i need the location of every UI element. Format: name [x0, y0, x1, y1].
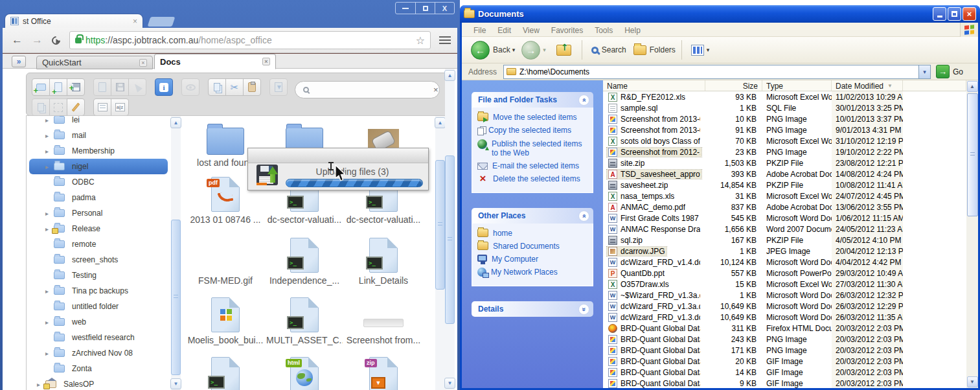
file-row-nasa-temps-xls[interactable]: nasa_temps.xls31 KBMicrosoft Excel Wor..…: [603, 190, 966, 201]
tree-scrollbar[interactable]: ▲▼: [170, 116, 181, 390]
file-row-screenshot-from-2012-10-19[interactable]: Screenshot from 2012-10-19 ...23 KBPNG I…: [603, 146, 966, 157]
duplicate-button[interactable]: [32, 98, 50, 116]
cut-button[interactable]: ✂: [225, 78, 244, 96]
column-header-size[interactable]: Size: [705, 80, 762, 91]
file-row-screenshot-from-2013-01-09[interactable]: Screenshot from 2013-01-09 ...91 KBPNG I…: [603, 124, 966, 135]
new-folder-button[interactable]: [32, 78, 50, 96]
new-tab-button[interactable]: [148, 17, 176, 27]
address-dropdown-icon[interactable]: ▾: [918, 65, 930, 78]
grid-item-html[interactable]: html: [266, 353, 343, 390]
expand-arrow-icon[interactable]: ▸: [45, 117, 54, 124]
file-row-tsd-savesheet-approved-pdf[interactable]: TSD_savesheet_approved.pdf393 KBAdobe Ac…: [603, 168, 966, 179]
task-my-computer[interactable]: My Computer: [477, 255, 589, 264]
tree-item-mail[interactable]: ▸mail: [29, 128, 168, 143]
open-button[interactable]: [93, 78, 111, 96]
tab-quickstart[interactable]: QuickStart×: [36, 56, 153, 69]
file-row-scots-old-boys-class-of-1985-xls[interactable]: scots old boys Class of 1985.xls70 KBMic…: [603, 135, 966, 146]
panel-header-other-places[interactable]: Other Places»: [472, 208, 593, 224]
search-icon[interactable]: [591, 47, 598, 54]
xp-close-button[interactable]: ×: [963, 7, 976, 21]
forward-dropdown-icon[interactable]: ▾: [543, 47, 546, 53]
tree-item-release[interactable]: ▸Release: [29, 221, 168, 236]
views-dropdown-icon[interactable]: ▾: [707, 47, 710, 53]
info-button[interactable]: [155, 78, 173, 96]
edit-button[interactable]: [67, 98, 85, 116]
tree-item-personal[interactable]: ▸Personal: [29, 205, 168, 221]
tree-item-odbc[interactable]: ODBC: [29, 174, 168, 190]
address-combo[interactable]: Z:\home\Documents ▾: [503, 65, 931, 79]
tab-docs[interactable]: Docs×: [154, 54, 276, 69]
file-row-sql-zip[interactable]: sql.zip167 KBPKZIP File4/05/2012 4:10 PM: [603, 235, 966, 246]
file-row-wizard-frd-v1-3a-doc[interactable]: ~$Wizard_FRD_v1.3a.doc1 KBMicrosoft Word…: [603, 290, 966, 301]
tree-item-salesop[interactable]: ▸SalesOP: [29, 376, 168, 390]
list-view-button[interactable]: [93, 98, 111, 116]
task-publish-the-selected-items-to-the-web[interactable]: Publish the selected items to the Web: [477, 139, 589, 157]
file-row-brd-quant-global-database-p[interactable]: BRD-Quant Global Database P...20 KBGIF I…: [603, 356, 966, 367]
file-row-dcarrow-jpg[interactable]: dcarrow.JPG1 KBJPEG Image20/04/2012 12:1…: [603, 246, 966, 257]
grid-item-independence[interactable]: Independence_...: [266, 234, 343, 290]
scroll-down-icon[interactable]: ▼: [967, 376, 978, 387]
sidebar-expander-button[interactable]: »: [12, 56, 26, 67]
tab-close-icon[interactable]: ×: [139, 59, 147, 67]
tree-item-screen-shots[interactable]: screen_shots: [29, 252, 168, 268]
url-bar[interactable]: https ://aspc.jobtrack.com.au /home/aspc…: [69, 31, 431, 49]
tab-close-icon[interactable]: ×: [133, 17, 137, 26]
panel-header-details[interactable]: Details»: [472, 301, 593, 317]
reload-icon[interactable]: [50, 34, 62, 46]
up-button[interactable]: [556, 45, 571, 56]
expand-arrow-icon[interactable]: ▸: [45, 163, 54, 170]
scroll-up-icon[interactable]: ▲: [170, 117, 181, 128]
grid-item-zip[interactable]: zip: [345, 353, 422, 390]
back-dropdown-icon[interactable]: ▾: [512, 47, 516, 53]
file-row-sample-sql[interactable]: sample.sql1 KBSQL File30/01/2013 3:25 PM: [603, 102, 966, 113]
bookmark-star-icon[interactable]: ☆: [416, 34, 425, 47]
task-copy-the-selected-items[interactable]: Copy the selected items: [477, 126, 589, 135]
search-input[interactable]: [314, 85, 428, 95]
list-scrollbar[interactable]: ▲▼: [966, 80, 978, 388]
expand-arrow-icon[interactable]: ▸: [45, 132, 54, 139]
tree-item-web[interactable]: ▸web: [29, 314, 168, 330]
tree-item-lei[interactable]: ▸lei: [29, 116, 168, 128]
menu-edit[interactable]: Edit: [497, 26, 511, 35]
task-my-network-places[interactable]: My Network Places: [477, 268, 589, 277]
file-row-anmac-response-draft-5-0-d[interactable]: ANMAC Response Draft 5.0.d...1,656 KBWor…: [603, 224, 966, 235]
go-button[interactable]: →: [936, 65, 950, 78]
xp-minimize-button[interactable]: [933, 7, 946, 21]
expand-arrow-icon[interactable]: ▸: [45, 288, 54, 295]
panel-header-file-and-folder-tasks[interactable]: File and Folder Tasks»: [472, 92, 593, 108]
grid-item-fsm-med-gif[interactable]: FSM-MED.gif: [187, 234, 264, 290]
minimize-button[interactable]: [396, 3, 415, 14]
file-row-savesheet-zip[interactable]: savesheet.zip14,854 KBPKZIP File10/08/20…: [603, 179, 966, 190]
copy-button[interactable]: [208, 78, 226, 96]
file-row-anmac-demo-pdf[interactable]: ANMAC_demo.pdf837 KBAdobe Acrobat Doc...…: [603, 201, 966, 212]
menu-view[interactable]: View: [523, 26, 540, 35]
upload-dialog-titlebar[interactable]: [248, 148, 428, 163]
scroll-up-icon[interactable]: ▲: [967, 81, 978, 92]
forward-icon[interactable]: →: [32, 34, 43, 47]
file-row-brd-quant-global-database-p[interactable]: BRD-Quant Global Database P...171 KBPNG …: [603, 345, 966, 356]
tree-item-nigel[interactable]: ▸nigel: [29, 159, 168, 174]
grid-item-link-details[interactable]: Link_Details: [345, 234, 422, 290]
file-row-o357draw-xls[interactable]: O357Draw.xls15 KBMicrosoft Excel Wor...2…: [603, 279, 966, 290]
menu-tools[interactable]: Tools: [595, 26, 613, 35]
save-as-button[interactable]: [111, 78, 129, 96]
file-row-dcwizard-frd-v1-3-doc[interactable]: dcWizard_FRD_v1.3.doc10,649 KBMicrosoft …: [603, 312, 966, 323]
chevron-up-icon[interactable]: »: [578, 95, 589, 106]
close-button[interactable]: X: [435, 3, 454, 14]
folders-icon[interactable]: [633, 45, 646, 55]
scroll-thumb[interactable]: [967, 93, 978, 216]
tree-item-zonta[interactable]: Zonta: [29, 361, 168, 376]
file-row-r-d-fye2012-xls[interactable]: R&D_FYE2012.xls93 KBMicrosoft Excel Wor.…: [603, 91, 966, 102]
column-header-date-modified[interactable]: Date Modified▼: [832, 80, 903, 91]
grid-item-shell[interactable]: [187, 353, 264, 390]
back-icon[interactable]: ←: [12, 34, 23, 47]
tree-item-tina-pc-backups[interactable]: ▸Tina pc backups: [29, 283, 168, 299]
file-row-brd-quant-global-database-p[interactable]: BRD-Quant Global Database P...14 KBGIF I…: [603, 367, 966, 378]
column-header-name[interactable]: Name: [603, 80, 705, 91]
scroll-down-icon[interactable]: ▼: [444, 378, 455, 389]
task-delete-the-selected-items[interactable]: Delete the selected items: [477, 174, 589, 183]
tree-item-westfield-research[interactable]: westfield research: [29, 330, 168, 345]
maximize-button[interactable]: [415, 3, 435, 14]
file-row-site-zip[interactable]: site.zip1,503 KBPKZIP File23/08/2012 12:…: [603, 157, 966, 168]
save-button[interactable]: [67, 78, 85, 96]
